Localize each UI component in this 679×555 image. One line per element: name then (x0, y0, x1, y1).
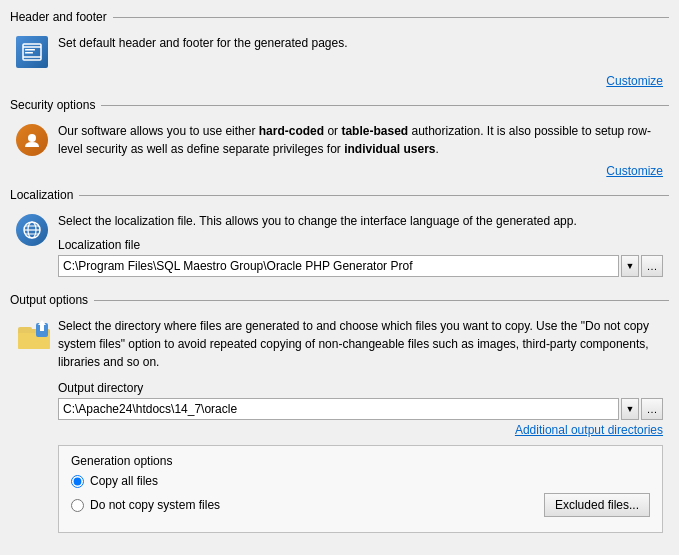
output-header: Output options (10, 293, 669, 307)
output-icon (16, 319, 48, 351)
header-footer-section: Header and footer Set default header and… (10, 10, 669, 88)
output-title: Output options (10, 293, 94, 307)
localization-browse-button[interactable]: … (641, 255, 663, 277)
additional-output-directories-link[interactable]: Additional output directories (58, 423, 663, 437)
copy-all-label[interactable]: Copy all files (90, 474, 158, 488)
no-copy-row: Do not copy system files Excluded files.… (71, 493, 650, 517)
security-icon (16, 124, 48, 156)
localization-icon (16, 214, 48, 246)
copy-all-radio[interactable] (71, 475, 84, 488)
output-body: Select the directory where files are gen… (58, 317, 663, 533)
localization-file-input[interactable] (58, 255, 619, 277)
security-individual: individual users (344, 142, 435, 156)
svg-point-5 (28, 134, 36, 142)
localization-header: Localization (10, 188, 669, 202)
no-copy-label[interactable]: Do not copy system files (90, 498, 220, 512)
output-section: Output options Select the directory wher… (10, 293, 669, 539)
localization-divider (79, 195, 669, 196)
security-hardcoded: hard-coded (259, 124, 324, 138)
svg-rect-3 (25, 49, 35, 51)
generation-options-group: Generation options Copy all files Do not… (58, 445, 663, 533)
svg-rect-13 (18, 327, 32, 333)
svg-rect-16 (40, 325, 44, 331)
localization-body: Select the localization file. This allow… (58, 212, 663, 277)
localization-field-container: Localization file ▼ … (58, 238, 663, 277)
no-copy-radio[interactable] (71, 499, 84, 512)
localization-description: Select the localization file. This allow… (58, 212, 663, 230)
excluded-files-button[interactable]: Excluded files... (544, 493, 650, 517)
localization-content: Select the localization file. This allow… (10, 208, 669, 283)
no-copy-radio-container: Do not copy system files (71, 498, 220, 512)
localization-title: Localization (10, 188, 79, 202)
generation-options-title: Generation options (71, 454, 650, 468)
output-directory-label: Output directory (58, 381, 663, 395)
copy-all-row: Copy all files (71, 474, 650, 488)
header-footer-icon (16, 36, 48, 68)
header-footer-header: Header and footer (10, 10, 669, 24)
security-section: Security options Our software allows you… (10, 98, 669, 178)
security-title: Security options (10, 98, 101, 112)
security-divider (101, 105, 669, 106)
output-dropdown-button[interactable]: ▼ (621, 398, 639, 420)
output-description: Select the directory where files are gen… (58, 317, 663, 371)
header-footer-customize-link[interactable]: Customize (10, 74, 669, 88)
localization-dropdown-button[interactable]: ▼ (621, 255, 639, 277)
security-content: Our software allows you to use either ha… (10, 118, 669, 164)
header-footer-content: Set default header and footer for the ge… (10, 30, 669, 74)
output-directory-input-row: ▼ … (58, 398, 663, 420)
localization-input-row: ▼ … (58, 255, 663, 277)
security-customize-link[interactable]: Customize (10, 164, 669, 178)
localization-section: Localization Select the localization fil… (10, 188, 669, 283)
output-directory-container: Output directory ▼ … Additional output d… (58, 381, 663, 437)
security-tablebased: table-based (341, 124, 408, 138)
output-browse-button[interactable]: … (641, 398, 663, 420)
header-footer-divider (113, 17, 669, 18)
output-content: Select the directory where files are gen… (10, 313, 669, 539)
output-directory-input[interactable] (58, 398, 619, 420)
header-footer-title: Header and footer (10, 10, 113, 24)
svg-rect-4 (25, 52, 33, 54)
output-divider (94, 300, 669, 301)
header-footer-description: Set default header and footer for the ge… (58, 34, 663, 52)
security-header: Security options (10, 98, 669, 112)
svg-marker-15 (38, 320, 46, 325)
security-description: Our software allows you to use either ha… (58, 122, 663, 158)
localization-field-label: Localization file (58, 238, 663, 252)
